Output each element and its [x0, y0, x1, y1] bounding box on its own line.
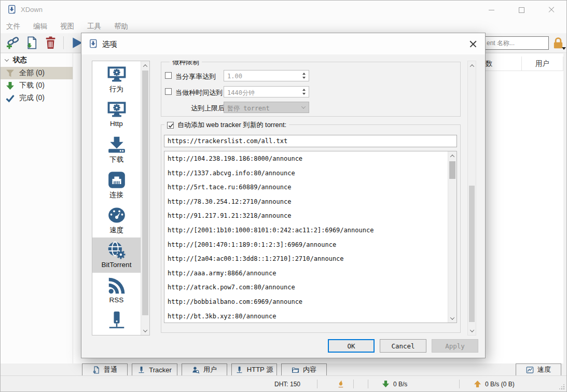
scroll-up-button[interactable] — [448, 151, 457, 160]
nav-download[interactable]: 下载 — [92, 132, 141, 167]
spinner-buttons[interactable] — [300, 72, 308, 80]
maximize-button[interactable] — [506, 1, 536, 19]
cancel-button[interactable]: Cancel — [380, 339, 426, 353]
dialog-close-button[interactable] — [466, 37, 480, 51]
close-button[interactable] — [536, 1, 566, 19]
dialog-titlebar: 选项 — [81, 33, 485, 54]
nav-speed[interactable]: 速度 — [92, 202, 141, 237]
tracker-url-list[interactable]: http://104.238.198.186:8000/announcehttp… — [164, 151, 457, 323]
detail-tab-icon — [292, 366, 299, 374]
upload-speed: 0 B/s (0 B) — [485, 381, 515, 388]
options-nav-icon — [107, 170, 127, 190]
scroll-down-button[interactable] — [468, 326, 476, 335]
toolbar-button-icon — [25, 36, 39, 50]
tracker-url[interactable]: http://atrack.pow7.com:80/announce — [164, 281, 457, 295]
dialog-title: 选项 — [102, 39, 117, 49]
tab-content[interactable]: 内容 — [281, 363, 327, 376]
scrollbar-thumb[interactable] — [142, 71, 148, 315]
detail-tabbar: 普通 Tracker 用户 HTTP 源 内容 — [82, 363, 327, 376]
menu-item[interactable]: 文件 — [6, 22, 20, 31]
options-nav-icon — [107, 276, 127, 296]
status-filter-icon — [6, 94, 15, 103]
delete-button[interactable] — [41, 35, 60, 51]
scroll-down-button[interactable] — [141, 326, 149, 335]
ok-button[interactable]: OK — [328, 339, 375, 353]
nav-proxy[interactable] — [92, 308, 141, 335]
scrollbar-thumb[interactable] — [449, 161, 455, 179]
status-filter-all[interactable]: 全部 (0) — [1, 67, 73, 79]
settings-panel-scrollbar[interactable] — [467, 61, 476, 335]
search-input[interactable] — [483, 36, 549, 50]
auto-tracker-group: 自动添加 web tracker 到新的 torrent: http://104… — [161, 124, 461, 333]
app-logo-icon — [7, 5, 17, 15]
on-limit-label: 达到上限后: — [191, 104, 227, 113]
on-limit-dropdown[interactable]: 暂停 torrent — [224, 102, 309, 113]
auto-add-tracker-checkbox[interactable] — [167, 122, 174, 129]
menu-item[interactable]: 编辑 — [33, 22, 47, 31]
tracker-url[interactable]: http://bobbialbano.com:6969/announce — [164, 295, 457, 310]
status-filter-complete[interactable]: 完成 (0) — [1, 92, 73, 104]
scroll-up-button[interactable] — [468, 61, 476, 70]
statusbar-separator — [353, 380, 354, 388]
share-ratio-input[interactable]: 1.00 — [224, 70, 309, 81]
scroll-down-button[interactable] — [448, 314, 457, 323]
tracker-list-url-input[interactable] — [164, 135, 457, 147]
nav-rss[interactable]: RSS — [92, 273, 141, 308]
tracker-url[interactable]: http://91.217.91.21:3218/announce — [164, 209, 457, 223]
options-nav-icon — [107, 64, 127, 84]
nav-bittorrent[interactable]: BitTorrent — [92, 237, 141, 273]
seed-limits-group-title: 做种限制 — [170, 61, 202, 67]
add-torrent-button[interactable] — [22, 35, 41, 51]
nav-scrollbar[interactable] — [141, 61, 149, 335]
tracker-url[interactable]: http://bt.3kb.xyz:80/announce — [164, 310, 457, 323]
tracker-list-scrollbar[interactable] — [448, 151, 457, 323]
tab-http-src[interactable]: HTTP 源 — [231, 363, 277, 376]
scrollbar-thumb[interactable] — [469, 186, 475, 322]
tracker-url[interactable]: http://78.30.254.12:2710/announce — [164, 195, 457, 209]
tracker-url[interactable]: http://aaa.army:8866/announce — [164, 267, 457, 281]
share-ratio-checkbox[interactable] — [165, 72, 172, 79]
speed-graph-button[interactable]: 速度 — [516, 363, 561, 376]
toolbar-button-icon — [6, 36, 20, 50]
tracker-url[interactable]: http://[2001:470:1:189:0:1:2:3]:6969/ann… — [164, 238, 457, 253]
resize-grip[interactable] — [563, 388, 564, 389]
tracker-url[interactable]: http://[2a04:ac00:1:3dd8::1:2710]:2710/a… — [164, 252, 457, 267]
tab-general[interactable]: 普通 — [82, 363, 128, 376]
column-header-count[interactable]: 数 — [485, 57, 522, 71]
detail-tab-icon — [137, 366, 145, 374]
options-nav-label: 连接 — [92, 190, 141, 200]
status-filter-download[interactable]: 下载 (0) — [1, 79, 73, 92]
lock-button[interactable] — [549, 35, 566, 51]
spinner-buttons[interactable] — [300, 88, 308, 96]
nav-behavior[interactable]: 行为 — [92, 61, 141, 96]
seed-time-input[interactable]: 1440分钟 — [224, 86, 309, 97]
toolbar-button-icon — [44, 36, 58, 50]
maximize-icon — [519, 7, 524, 13]
tracker-url[interactable]: http://1337.abcvg.info:80/announce — [164, 166, 457, 181]
seed-limits-group: 做种限制 当分享率达到 1.00 当做种时间达到 1440分钟 达到上限后: 暂… — [161, 62, 461, 117]
chevron-down-icon — [302, 106, 305, 109]
scroll-up-button[interactable] — [141, 61, 149, 70]
seed-time-checkbox[interactable] — [165, 88, 172, 95]
column-header-user[interactable]: 用户 — [522, 57, 563, 71]
minimize-button[interactable] — [476, 1, 506, 19]
tracker-url[interactable]: http://104.238.198.186:8000/announce — [164, 152, 457, 166]
menu-item[interactable]: 视图 — [60, 22, 74, 31]
status-filter-label: 下载 (0) — [19, 81, 45, 90]
menu-item[interactable]: 帮助 — [114, 22, 128, 31]
apply-button[interactable]: Apply — [432, 339, 478, 353]
add-link-button[interactable] — [4, 35, 22, 51]
menu-item[interactable]: 工具 — [87, 22, 101, 31]
detail-tab-label: Tracker — [149, 366, 172, 374]
tab-users[interactable]: 用户 — [182, 363, 227, 376]
nav-connection[interactable]: 连接 — [92, 167, 141, 202]
tracker-url[interactable]: http://5rt.tace.ru:60889/announce — [164, 180, 457, 195]
dht-status: DHT: 150 — [274, 381, 300, 388]
detail-tab-label: HTTP 源 — [247, 365, 273, 374]
tracker-url[interactable]: http://[2001:1b10:1000:8101:0:242:ac11:2… — [164, 223, 457, 238]
status-tree-header[interactable]: 状态 — [1, 53, 73, 67]
tab-tracker[interactable]: Tracker — [132, 363, 177, 376]
nav-http[interactable]: Http — [92, 96, 141, 132]
options-nav-label: 速度 — [92, 226, 141, 235]
status-tree-items: 全部 (0) 下载 (0) 完成 (0) — [1, 67, 73, 104]
